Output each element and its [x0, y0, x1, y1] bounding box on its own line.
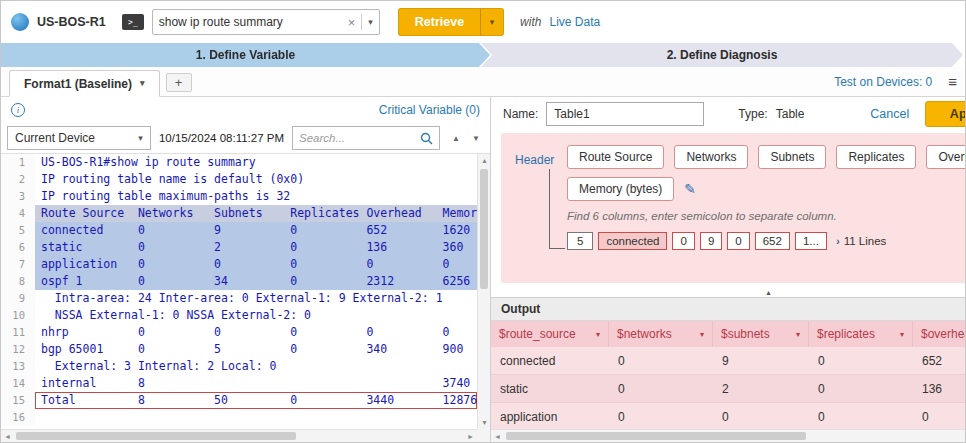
scroll-up-icon[interactable]: ▲ — [478, 154, 490, 167]
code-line[interactable]: 15Total 8 50 0 3440 12876 — [1, 392, 477, 409]
scroll-left-icon[interactable]: ◄ — [491, 430, 504, 443]
code-line[interactable]: 16 — [1, 409, 477, 426]
line-number: 10 — [1, 307, 35, 324]
column-chip[interactable]: Networks — [674, 145, 748, 169]
column-chip[interactable]: Replicates — [836, 145, 916, 169]
code-line[interactable]: 12bgp 65001 0 5 0 340 900 — [1, 341, 477, 358]
critical-variable-link[interactable]: Critical Variable (0) — [379, 103, 480, 117]
table-parser-editor: × Header Route SourceNetworksSubnetsRepl… — [501, 133, 966, 283]
chevron-down-icon[interactable]: ▾ — [368, 18, 373, 27]
code-line[interactable]: 2IP routing table name is default (0x0) — [1, 171, 477, 188]
scrollbar-thumb[interactable] — [16, 432, 296, 440]
tabs-right-group: Test on Devices: 0 ≡ — [834, 74, 957, 96]
code-line[interactable]: 6static 0 2 0 136 360 — [1, 239, 477, 256]
output-horizontal-scrollbar: ◄ ► — [491, 429, 966, 442]
test-on-devices-link[interactable]: Test on Devices: 0 — [834, 75, 932, 89]
code-text: IP routing table name is default (0x0) — [35, 171, 477, 188]
code-line[interactable]: 11nhrp 0 0 0 0 0 — [1, 324, 477, 341]
sample-line-number[interactable]: 5 — [567, 232, 593, 250]
code-line[interactable]: 9 Intra-area: 24 Inter-area: 0 External-… — [1, 290, 477, 307]
table-name-input[interactable] — [546, 102, 704, 126]
search-input[interactable] — [299, 132, 416, 144]
chevron-down-icon: ▾ — [700, 330, 704, 339]
code-text: application 0 0 0 0 0 — [35, 256, 477, 273]
scroll-down-icon[interactable]: ▼ — [478, 416, 490, 429]
line-number: 2 — [1, 171, 35, 188]
info-icon[interactable]: i — [11, 103, 25, 117]
code-line[interactable]: 3IP routing table maximum-paths is 32 — [1, 188, 477, 205]
table-cell: 136 — [913, 375, 966, 402]
code-line[interactable]: 4Route Source Networks Subnets Replicate… — [1, 205, 477, 222]
hamburger-menu-icon[interactable]: ≡ — [948, 74, 957, 89]
output-column-header[interactable]: $networks▾ — [609, 321, 713, 347]
code-text: internal 8 3740 — [35, 375, 477, 392]
column-name: $overhead — [921, 327, 966, 341]
header-connector-line — [549, 248, 565, 249]
command-input[interactable] — [159, 15, 342, 29]
scrollbar-thumb[interactable] — [480, 169, 488, 289]
line-number: 3 — [1, 188, 35, 205]
column-chip[interactable]: Overhead — [926, 145, 966, 169]
table-row[interactable]: connected090652 — [491, 347, 966, 375]
output-column-header[interactable]: $overhead▾ — [913, 321, 966, 347]
output-column-header[interactable]: $subnets▾ — [713, 321, 809, 347]
combo-divider — [361, 14, 362, 30]
search-prev-button[interactable]: ▲ — [448, 130, 464, 146]
column-name: $networks — [617, 327, 672, 341]
parser-hint: Find 6 columns, enter semicolon to separ… — [567, 210, 966, 222]
sample-value-chip[interactable]: 0 — [672, 232, 694, 250]
type-label: Type: — [738, 107, 767, 121]
header-connector-line — [549, 169, 550, 248]
step-define-variable[interactable]: 1. Define Variable — [1, 43, 490, 67]
scroll-left-icon[interactable]: ◄ — [1, 430, 14, 442]
table-cell: 9 — [713, 347, 809, 374]
collapse-output-button[interactable]: ▲ — [751, 289, 786, 296]
code-line[interactable]: 8ospf 1 0 34 0 2312 6256 — [1, 273, 477, 290]
line-number: 5 — [1, 222, 35, 239]
code-line[interactable]: 7application 0 0 0 0 0 — [1, 256, 477, 273]
scroll-right-icon[interactable]: ► — [464, 430, 477, 442]
column-chip[interactable]: Memory (bytes) — [567, 177, 674, 201]
live-data-link[interactable]: Live Data — [549, 15, 600, 29]
sample-value-chip[interactable]: 652 — [755, 232, 790, 250]
column-name: $route_source — [499, 327, 576, 341]
search-icon[interactable] — [420, 132, 433, 145]
code-line[interactable]: 10 NSSA External-1: 0 NSSA External-2: 0 — [1, 307, 477, 324]
tab-format1-baseline[interactable]: Format1 (Baseline) ▾ — [9, 70, 160, 97]
sample-value-chip[interactable]: 1... — [795, 232, 827, 250]
search-nav-group: ▲ ▼ — [448, 130, 484, 146]
scrollbar-thumb[interactable] — [506, 432, 806, 440]
output-title: Output — [501, 302, 540, 316]
chevron-down-icon: ▾ — [140, 79, 145, 88]
sample-values: connected0906521... — [598, 232, 826, 250]
device-select[interactable]: Current Device ▾ — [7, 126, 151, 150]
table-row[interactable]: application0000 — [491, 403, 966, 429]
sample-value-chip[interactable]: 0 — [727, 232, 749, 250]
step-define-diagnosis[interactable]: 2. Define Diagnosis — [481, 43, 963, 67]
column-chip[interactable]: Route Source — [567, 145, 664, 169]
clear-command-icon[interactable]: × — [348, 16, 356, 29]
expand-lines-button[interactable]: › 11 Lines — [836, 235, 886, 247]
retrieve-button[interactable]: Retrieve — [398, 8, 480, 36]
code-line[interactable]: 14internal 8 3740 — [1, 375, 477, 392]
scrollbar-track — [14, 430, 464, 442]
output-column-header[interactable]: $route_source▾ — [491, 321, 609, 347]
apply-button[interactable]: Apply — [925, 101, 966, 127]
table-row[interactable]: static020136 — [491, 375, 966, 403]
column-chip[interactable]: Subnets — [758, 145, 826, 169]
code-line[interactable]: 1US-BOS-R1#show ip route summary — [1, 154, 477, 171]
code-line[interactable]: 13 External: 3 Internal: 2 Local: 0 — [1, 358, 477, 375]
output-column-header[interactable]: $replicates▾ — [809, 321, 913, 347]
code-line[interactable]: 5connected 0 9 0 652 1620 — [1, 222, 477, 239]
search-next-button[interactable]: ▼ — [468, 130, 484, 146]
cancel-button[interactable]: Cancel — [870, 107, 909, 121]
column-name: $subnets — [721, 327, 770, 341]
command-combo[interactable]: × ▾ — [152, 9, 380, 35]
retrieve-dropdown-button[interactable]: ▾ — [480, 8, 504, 36]
add-format-tab-button[interactable]: + — [166, 73, 192, 92]
chevron-down-icon: ▾ — [596, 330, 600, 339]
left-panel-header: i Critical Variable (0) — [1, 97, 490, 123]
sample-value-chip[interactable]: connected — [598, 232, 667, 250]
edit-columns-icon[interactable]: ✎ — [684, 181, 696, 197]
sample-value-chip[interactable]: 9 — [700, 232, 722, 250]
